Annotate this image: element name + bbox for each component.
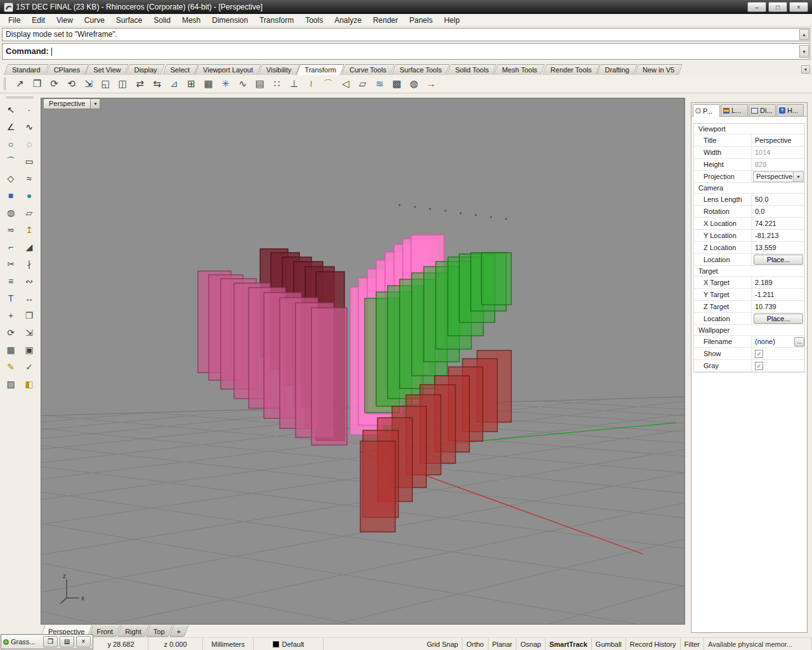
menu-dimension[interactable]: Dimension (206, 15, 254, 26)
polygon-icon[interactable]: ◇ (2, 170, 20, 187)
target-place-button[interactable]: Place... (754, 314, 803, 324)
group-icon[interactable]: ▣ (20, 342, 39, 359)
tab-render-tools[interactable]: Render Tools (542, 64, 600, 75)
rotate-icon[interactable]: ⟳ (46, 76, 63, 92)
orient-on-surface-icon[interactable]: ⊿ (166, 76, 183, 92)
x-target-value[interactable]: 2.189 (751, 277, 804, 288)
viewport-tab-top[interactable]: Top (146, 625, 173, 637)
surface-icon[interactable]: ▱ (20, 204, 39, 222)
array-along-curve-icon[interactable]: ∿ (234, 76, 251, 92)
check-icon[interactable]: ✓ (20, 359, 39, 376)
orient-2pt-icon[interactable]: ⇄ (131, 76, 148, 92)
taper-icon[interactable]: ◁ (337, 76, 354, 92)
ortho-pane[interactable]: Ortho (462, 638, 488, 650)
smooth-icon[interactable]: ≋ (371, 76, 388, 92)
cage-edit-icon[interactable]: ▩ (388, 76, 405, 92)
viewport-tab-front[interactable]: Front (89, 625, 121, 637)
filter-pane[interactable]: Filter (681, 638, 704, 650)
tab-help[interactable]: ? H... (776, 104, 804, 116)
lens-length-value[interactable]: 50.0 (751, 194, 804, 205)
point-icon[interactable]: ∙ (20, 102, 39, 119)
title-value[interactable]: Perspective (751, 135, 804, 146)
menu-curve[interactable]: Curve (79, 15, 110, 26)
menu-surface[interactable]: Surface (110, 15, 148, 26)
tab-surface-tools[interactable]: Surface Tools (391, 64, 450, 75)
splop-icon[interactable]: ◍ (405, 76, 422, 92)
units-pane[interactable]: Millimeters (203, 638, 254, 650)
grasshopper-close-button[interactable]: × (76, 636, 91, 647)
menu-help[interactable]: Help (438, 15, 466, 26)
menu-mesh[interactable]: Mesh (176, 15, 206, 26)
loft-icon[interactable]: ≂ (2, 222, 20, 239)
filename-value[interactable]: (none) (755, 338, 775, 345)
y-target-value[interactable]: -1.211 (751, 289, 804, 300)
tab-display[interactable]: Display (126, 64, 165, 75)
rotation-value[interactable]: 0.0 (751, 206, 804, 217)
tab-set-view[interactable]: Set View (85, 64, 129, 75)
menu-view[interactable]: View (51, 15, 79, 26)
command-history[interactable]: Display mode set to "Wireframe". ▲ (2, 28, 810, 41)
tab-curve-tools[interactable]: Curve Tools (341, 64, 395, 75)
array-polar-icon[interactable]: ✳ (217, 76, 234, 92)
extrude-icon[interactable]: ↥ (20, 222, 39, 239)
tab-cplanes[interactable]: CPlanes (46, 64, 89, 75)
trim-icon[interactable]: ✂ (2, 256, 20, 273)
menu-edit[interactable]: Edit (26, 15, 51, 26)
maximize-button[interactable]: □ (768, 2, 787, 12)
select-arrow-icon[interactable]: ↖ (2, 102, 20, 119)
viewport-tab-right[interactable]: Right (117, 625, 149, 637)
circle-icon[interactable]: ○ (2, 136, 20, 153)
osnap-pane[interactable]: Osnap (516, 638, 545, 650)
text-icon[interactable]: T (2, 290, 20, 307)
grasshopper-window-button[interactable]: ❐ (43, 636, 58, 647)
flow-along-curve-icon[interactable]: → (422, 76, 440, 92)
tab-viewport-layout[interactable]: Viewport Layout (195, 64, 261, 75)
layer-pane[interactable]: Default (254, 638, 324, 650)
viewport-title-tab[interactable]: Perspective ▼ (43, 98, 100, 109)
tab-drafting[interactable]: Drafting (596, 64, 638, 75)
scale-2d-icon[interactable]: ◱ (97, 76, 114, 92)
chamfer-icon[interactable]: ◢ (20, 239, 39, 256)
planar-pane[interactable]: Planar (488, 638, 517, 650)
menu-panels[interactable]: Panels (403, 15, 438, 26)
tab-new-in-v5[interactable]: New in V5 (634, 64, 683, 75)
close-button[interactable]: × (789, 2, 808, 12)
tab-visibility[interactable]: Visibility (258, 64, 300, 75)
fillet-icon[interactable]: ⌐ (2, 239, 20, 256)
cylinder-icon[interactable]: ◍ (2, 204, 20, 222)
z-target-value[interactable]: 10.739 (751, 301, 804, 312)
arc-icon[interactable]: ⌒ (2, 153, 20, 170)
pencil-icon[interactable]: ✎ (2, 359, 20, 376)
menu-tools[interactable]: Tools (299, 15, 329, 26)
copy-icon[interactable]: ❐ (29, 76, 46, 92)
grid-snap-pane[interactable]: Grid Snap (423, 638, 463, 650)
toolbar-grip[interactable] (4, 77, 7, 90)
box-icon[interactable]: ■ (2, 187, 20, 204)
smarttrack-pane[interactable]: SmartTrack (546, 638, 592, 650)
menu-render[interactable]: Render (367, 15, 403, 26)
split-icon[interactable]: ∤ (20, 256, 39, 273)
menu-transform[interactable]: Transform (254, 15, 299, 26)
tab-transform[interactable]: Transform (296, 64, 344, 75)
tab-mesh-tools[interactable]: Mesh Tools (494, 64, 545, 75)
z-location-value[interactable]: 13.559 (751, 242, 804, 253)
camera-place-button[interactable]: Place... (754, 255, 803, 265)
tab-solid-tools[interactable]: Solid Tools (447, 64, 497, 75)
array-on-surface-icon[interactable]: ▤ (251, 76, 268, 92)
tab-standard[interactable]: Standard (4, 64, 49, 75)
hatch-icon[interactable]: ▨ (2, 376, 20, 393)
shear-icon[interactable]: ▱ (354, 76, 371, 92)
show-checkbox[interactable]: ✓ (755, 350, 763, 358)
rotate-3d-icon[interactable]: ⟲ (63, 76, 80, 92)
twist-icon[interactable]: ≀ (303, 76, 320, 92)
polyline-icon[interactable]: ∠ (2, 119, 20, 136)
tab-layers[interactable]: L... (721, 104, 748, 116)
gumball-pane[interactable]: Gumball (592, 638, 626, 650)
copy-tool-icon[interactable]: ❐ (20, 307, 39, 324)
helix-icon[interactable]: ≈ (20, 170, 39, 187)
chevron-down-icon[interactable]: ▼ (90, 99, 100, 109)
viewport-tab-new[interactable]: + (169, 625, 188, 637)
sphere-icon[interactable]: ● (20, 187, 39, 204)
palette-grip[interactable] (6, 96, 34, 99)
orient-3pt-icon[interactable]: ⇆ (148, 76, 166, 92)
